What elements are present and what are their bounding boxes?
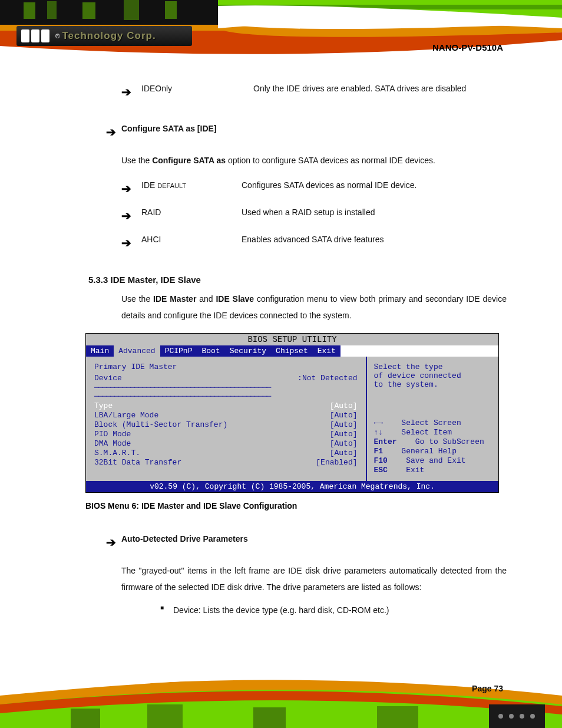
top-decoration: ® Technology Corp. NANO-PV-D510A	[0, 0, 562, 59]
bios-tab: Security	[225, 345, 271, 357]
option-label: AHCI	[141, 235, 161, 244]
bios-left-panel: Primary IDE Master Device:Not Detected──…	[86, 357, 367, 481]
bios-field: Device:Not Detected	[94, 374, 358, 383]
bios-field: Type[Auto]	[94, 401, 358, 410]
option-desc: Configures SATA devices as normal IDE de…	[242, 177, 507, 200]
svg-point-15	[520, 714, 524, 719]
bios-key-hint: ESC Exit	[374, 466, 492, 475]
option-desc: Only the IDE drives are enabled. SATA dr…	[253, 84, 466, 93]
bios-tab: Exit	[313, 345, 340, 357]
list-item: ➔AHCIEnables advanced SATA drive feature…	[121, 231, 507, 255]
bios-subheading: Primary IDE Master	[94, 363, 358, 371]
svg-rect-6	[124, 0, 139, 20]
option-label: IDE	[141, 180, 155, 190]
brand-logo: ® Technology Corp.	[16, 26, 192, 46]
bios-keymap: ←→ Select Screen↑↓ Select ItemEnter Go t…	[374, 419, 492, 475]
bullet-square-icon: ■	[160, 601, 173, 620]
svg-rect-7	[165, 1, 177, 19]
bios-screenshot: BIOS SETUP UTILITY MainAdvancedPCIPnPBoo…	[85, 333, 499, 493]
section-heading: 5.3.3 IDE Master, IDE Slave	[88, 275, 507, 285]
list-item: ➔RAIDUsed when a RAID setup is installed	[121, 204, 507, 228]
page: ® Technology Corp. NANO-PV-D510A ➔ IDEOn…	[0, 0, 562, 728]
arrow-right-icon: ➔	[121, 236, 131, 249]
bios-tab: PCIPnP	[160, 345, 197, 357]
brand-text: Technology Corp.	[62, 30, 156, 42]
bios-tab: Chipset	[271, 345, 313, 357]
bottom-decoration: Page 73	[0, 672, 562, 728]
bios-title: BIOS SETUP UTILITY	[86, 334, 498, 345]
paragraph: The "grayed-out" items in the left frame…	[121, 562, 507, 595]
default-tag: DEFAULT	[157, 182, 186, 189]
iei-icon	[21, 29, 49, 42]
arrow-right-icon: ➔	[106, 536, 116, 549]
list-item: ➔IDE DEFAULTConfigures SATA devices as n…	[121, 177, 507, 200]
bios-key-hint: ←→ Select Screen	[374, 419, 492, 427]
paragraph: Use the IDE Master and IDE Slave configu…	[121, 291, 507, 324]
arrow-right-icon: ➔	[121, 182, 131, 195]
option-heading: Configure SATA as [IDE]	[121, 120, 217, 144]
option-label: IDEOnly	[141, 84, 172, 93]
svg-point-14	[509, 714, 514, 719]
bios-field: Block (Multi-Sector Transfer)[Auto]	[94, 420, 358, 429]
svg-point-16	[530, 714, 535, 719]
bios-field: 32Bit Data Transfer[Enabled]	[94, 458, 358, 467]
list-item: ■ Device: Lists the device type (e.g. ha…	[160, 601, 507, 620]
arrow-right-icon: ➔	[106, 126, 116, 139]
figure-caption: BIOS Menu 6: IDE Master and IDE Slave Co…	[85, 501, 507, 510]
bios-field: LBA/Large Mode[Auto]	[94, 411, 358, 420]
svg-rect-8	[71, 709, 100, 728]
bios-field: DMA Mode[Auto]	[94, 439, 358, 448]
registered-mark: ®	[55, 33, 59, 39]
svg-rect-9	[147, 704, 183, 728]
svg-rect-5	[82, 2, 95, 19]
option-heading-row: ➔ Auto-Detected Drive Parameters	[106, 531, 507, 554]
svg-rect-12	[489, 704, 545, 728]
paragraph: Use the Configure SATA as option to conf…	[121, 152, 507, 169]
option-desc: Used when a RAID setup is installed	[242, 204, 507, 228]
content-area: ➔ IDEOnly Only the IDE drives are enable…	[106, 77, 507, 620]
bios-help-text: Select the type of device connected to t…	[374, 363, 492, 389]
options-list: ➔IDE DEFAULTConfigures SATA devices as n…	[121, 177, 507, 255]
bios-key-hint: F10 Save and Exit	[374, 456, 492, 465]
bios-key-hint: F1 General Help	[374, 447, 492, 456]
option-label: RAID	[141, 207, 161, 217]
svg-rect-4	[47, 1, 57, 19]
svg-point-13	[498, 714, 503, 719]
product-name: NANO-PV-D510A	[432, 42, 503, 52]
page-number: Page 73	[472, 684, 503, 693]
bios-footer: v02.59 (C), Copyright (C) 1985-2005, Ame…	[86, 481, 498, 492]
svg-rect-3	[24, 2, 35, 19]
bios-tab: Advanced	[114, 345, 160, 357]
bios-tab: Boot	[197, 345, 224, 357]
arrow-right-icon: ➔	[121, 85, 131, 98]
bios-body: Primary IDE Master Device:Not Detected──…	[86, 357, 498, 481]
bios-key-hint: ↑↓ Select Item	[374, 428, 492, 437]
svg-rect-11	[377, 706, 418, 728]
option-desc: Enables advanced SATA drive features	[242, 231, 507, 255]
option-heading: Auto-Detected Drive Parameters	[121, 531, 248, 554]
svg-rect-10	[253, 707, 286, 728]
list-item: ➔ IDEOnly Only the IDE drives are enable…	[121, 80, 507, 104]
option-heading-row: ➔ Configure SATA as [IDE]	[106, 120, 507, 144]
bios-field: PIO Mode[Auto]	[94, 430, 358, 439]
bios-key-hint: Enter Go to SubScreen	[374, 437, 492, 446]
arrow-right-icon: ➔	[121, 209, 131, 222]
bios-right-panel: Select the type of device connected to t…	[367, 357, 499, 481]
bios-field: S.M.A.R.T.[Auto]	[94, 449, 358, 457]
bullet-text: Device: Lists the device type (e.g. hard…	[173, 601, 389, 620]
footer-banner-svg	[0, 672, 562, 728]
bios-tabs: MainAdvancedPCIPnPBootSecurityChipsetExi…	[86, 345, 498, 357]
bios-tab: Main	[86, 345, 114, 357]
